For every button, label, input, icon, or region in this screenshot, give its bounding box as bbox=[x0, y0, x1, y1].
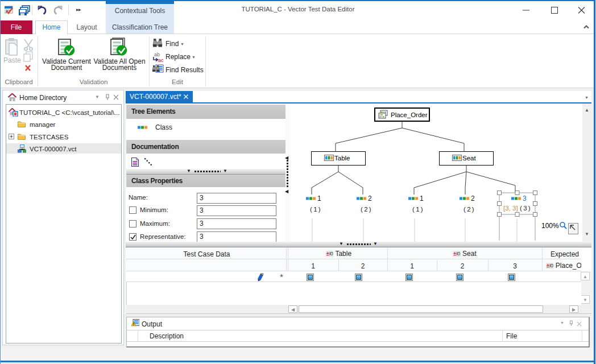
svg-text:( 2 ): ( 2 ) bbox=[463, 206, 474, 213]
svg-text:Table: Table bbox=[334, 155, 350, 162]
svg-text:ac: ac bbox=[158, 57, 164, 63]
svg-text:2: 2 bbox=[471, 195, 475, 202]
svg-text:ab: ab bbox=[154, 52, 160, 57]
svg-text:( 1 ): ( 1 ) bbox=[310, 206, 321, 213]
svg-text:3: 3 bbox=[523, 195, 527, 202]
svg-text:100%: 100% bbox=[541, 222, 559, 230]
svg-text:( 2 ): ( 2 ) bbox=[361, 206, 371, 213]
svg-text:1: 1 bbox=[420, 195, 424, 202]
svg-text:1: 1 bbox=[317, 195, 321, 202]
svg-text:( 3 ): ( 3 ) bbox=[520, 205, 531, 212]
svg-text:Seat: Seat bbox=[462, 155, 476, 162]
svg-text:Place_Order: Place_Order bbox=[391, 111, 428, 118]
svg-text:2: 2 bbox=[368, 195, 372, 202]
svg-text:( 1 ): ( 1 ) bbox=[412, 206, 423, 213]
svg-text:[3, 3]: [3, 3] bbox=[503, 205, 518, 212]
